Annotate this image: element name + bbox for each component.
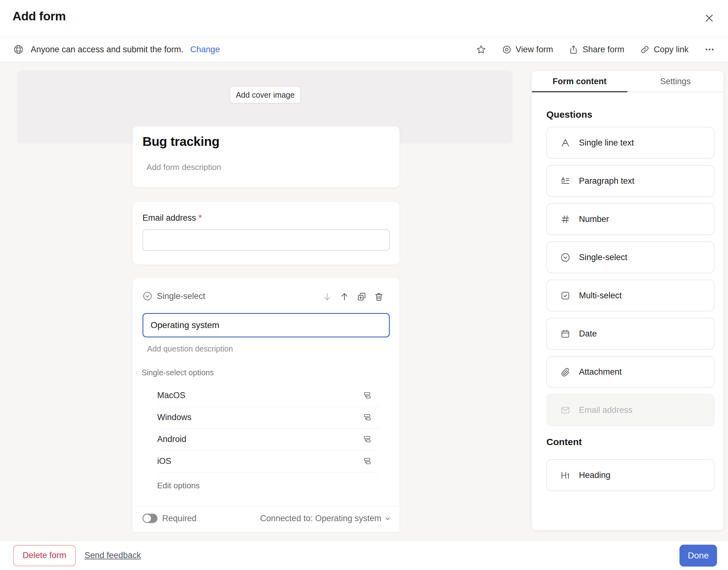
paragraph-text-icon (560, 176, 570, 186)
question-type-number[interactable]: Number (546, 203, 715, 235)
option-row[interactable]: Android (133, 429, 400, 451)
single-select-icon (143, 291, 153, 301)
single-select-question-card: Single-select Add question descrip (133, 278, 400, 532)
option-label: iOS (157, 451, 171, 472)
question-type-label: Number (579, 214, 609, 224)
question-type-paragraph-text[interactable]: Paragraph text (546, 165, 715, 197)
required-toggle[interactable] (143, 514, 158, 523)
copy-link-label: Copy link (654, 45, 689, 54)
question-type-label: Single line text (579, 138, 634, 148)
question-type-label: Date (579, 329, 597, 339)
date-icon (560, 329, 570, 339)
question-actions (322, 292, 384, 302)
question-type-single-select[interactable]: Single-select (546, 241, 715, 273)
connected-label: Connected to: Operating system (260, 514, 382, 523)
arrow-down-icon (322, 292, 332, 302)
more-options-button[interactable] (704, 44, 715, 55)
form-title-card: Bug tracking Add form description (133, 126, 400, 187)
form-description-placeholder[interactable]: Add form description (147, 163, 221, 172)
access-summary: Anyone can access and submit the form. C… (13, 44, 220, 55)
option-config-icon[interactable] (362, 457, 372, 466)
connected-field-selector[interactable]: Connected to: Operating system (260, 514, 392, 523)
delete-form-button[interactable]: Delete form (13, 545, 76, 566)
send-feedback-link[interactable]: Send feedback (84, 551, 141, 560)
dialog-header: Add form (0, 0, 728, 37)
option-label: MacOS (157, 385, 185, 406)
close-button[interactable] (699, 8, 719, 28)
question-label: Email address* (143, 213, 202, 223)
content-type-label: Heading (579, 471, 611, 480)
view-form-label: View form (516, 45, 553, 54)
more-dots-icon (704, 44, 715, 55)
add-cover-image-button[interactable]: Add cover image (230, 86, 301, 103)
form-toolbar: Anyone can access and submit the form. C… (0, 37, 728, 62)
panel-tabs: Form content Settings (532, 71, 723, 92)
delete-question-button[interactable] (374, 292, 384, 302)
option-divider (157, 472, 380, 473)
share-form-button[interactable]: Share form (569, 45, 625, 54)
content-heading: Content (546, 437, 582, 447)
option-row[interactable]: iOS (133, 451, 400, 473)
eye-icon (502, 45, 512, 54)
question-footer: Required Connected to: Operating system (133, 506, 400, 532)
tab-form-content[interactable]: Form content (532, 71, 628, 92)
question-type-label: Single-select (579, 253, 628, 262)
option-config-icon[interactable] (362, 391, 372, 400)
duplicate-icon (356, 292, 367, 302)
toggle-knob (144, 515, 151, 522)
question-type-multi-select[interactable]: Multi-select (546, 280, 715, 311)
options-heading: Single-select options (142, 368, 214, 377)
option-label: Windows (157, 407, 192, 428)
trash-icon (374, 292, 384, 302)
number-icon (560, 214, 570, 225)
chevron-down-icon (384, 515, 392, 522)
question-type-label: Multi-select (579, 291, 622, 300)
attachment-icon (560, 367, 570, 377)
move-down-button[interactable] (322, 292, 332, 302)
page-title: Add form (13, 9, 66, 23)
question-type-single-line-text[interactable]: Single line text (546, 127, 715, 159)
add-form-dialog: Add form Anyone can access and submit th… (0, 0, 728, 570)
question-type-label: Attachment (579, 367, 622, 377)
question-type-label: Email address (579, 405, 633, 415)
active-tab-underline (532, 91, 628, 92)
access-text: Anyone can access and submit the form. (31, 45, 184, 54)
form-content-panel: Form content Settings Questions Single l… (532, 71, 723, 530)
option-row[interactable]: Windows (133, 407, 400, 429)
add-question-description[interactable]: Add question description (147, 344, 233, 353)
form-title[interactable]: Bug tracking (143, 134, 220, 149)
option-row[interactable]: MacOS (133, 385, 400, 407)
star-icon (476, 44, 486, 55)
content-type-heading[interactable]: Heading (546, 459, 715, 491)
options-list: MacOS Windows Android (133, 385, 400, 473)
question-title-input-wrap (143, 313, 390, 337)
close-icon (704, 13, 715, 23)
option-config-icon[interactable] (362, 412, 372, 422)
copy-link-button[interactable]: Copy link (640, 45, 689, 54)
edit-options-link[interactable]: Edit options (157, 481, 200, 491)
question-type-date[interactable]: Date (546, 318, 715, 350)
change-access-link[interactable]: Change (190, 45, 220, 54)
move-up-button[interactable] (339, 292, 349, 302)
view-form-button[interactable]: View form (502, 45, 553, 54)
question-type-attachment[interactable]: Attachment (546, 356, 715, 388)
email-question-card[interactable]: Email address* (133, 202, 400, 265)
email-answer-field[interactable] (143, 230, 390, 251)
required-asterisk: * (199, 213, 202, 223)
question-title-input[interactable] (150, 320, 382, 330)
arrow-up-icon (339, 292, 349, 302)
done-button[interactable]: Done (680, 545, 717, 567)
questions-heading: Questions (546, 109, 592, 120)
question-type-label: Paragraph text (579, 176, 635, 186)
share-icon (569, 45, 578, 54)
question-type-email-address: Email address (546, 394, 715, 426)
duplicate-question-button[interactable] (356, 292, 367, 302)
option-config-icon[interactable] (362, 435, 372, 444)
tab-settings[interactable]: Settings (628, 71, 723, 92)
heading-icon (560, 470, 570, 481)
multi-select-icon (560, 290, 570, 301)
single-line-text-icon (560, 138, 570, 148)
option-label: Android (157, 429, 186, 450)
favorite-button[interactable] (476, 44, 486, 55)
share-form-label: Share form (582, 45, 625, 54)
